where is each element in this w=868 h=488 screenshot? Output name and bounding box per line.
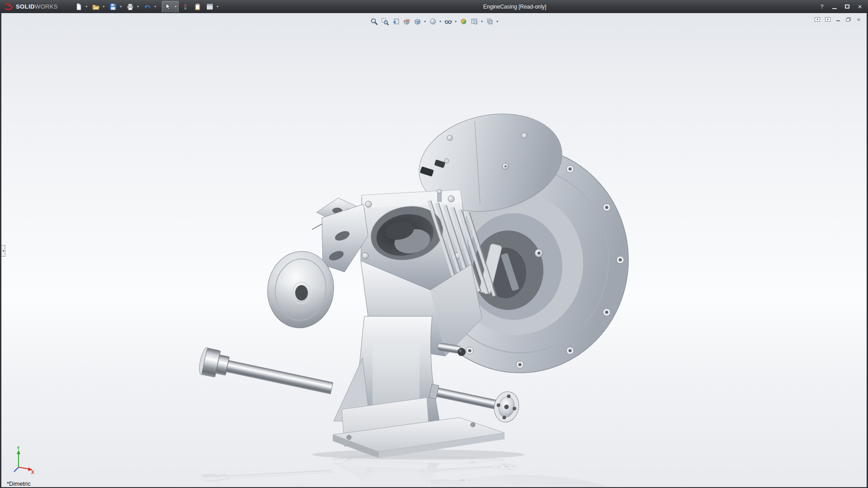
new-document-button[interactable]: [73, 1, 84, 12]
hide-show-items-button[interactable]: [443, 16, 453, 26]
x-axis-label: X: [31, 470, 34, 474]
glasses-icon: [444, 18, 452, 25]
window-arrow-right-button[interactable]: [823, 16, 832, 23]
window-controls: ? ✕: [816, 0, 866, 13]
floor-reflection: [198, 454, 628, 488]
scene-sphere-icon: [471, 18, 478, 25]
traffic-light-icon: [181, 3, 189, 11]
featuremanager-collapsed-tab[interactable]: ◂: [1, 245, 5, 257]
select-tool-group: ▾: [162, 1, 179, 13]
display-style-dropdown[interactable]: ▾: [438, 16, 443, 26]
y-axis-label: Y: [17, 446, 20, 450]
document-title: EngineCasing [Read-only]: [483, 4, 546, 10]
minimize-window-button[interactable]: [829, 2, 840, 11]
shaded-sphere-icon: [429, 18, 437, 25]
minimize-document-icon: [835, 17, 841, 22]
edit-appearance-button[interactable]: [458, 16, 469, 26]
engine-casing-geometry: [198, 101, 628, 458]
view-orientation-button[interactable]: [412, 16, 423, 26]
appearance-sphere-icon: [460, 18, 467, 25]
document-window-controls: ✕: [813, 16, 863, 23]
orientation-triad: Y X: [11, 446, 36, 474]
display-style-button[interactable]: [427, 16, 438, 26]
zoom-to-area-button[interactable]: [379, 16, 390, 26]
restore-document-icon: [846, 17, 851, 22]
save-floppy-icon: [109, 3, 117, 11]
previous-view-icon: [392, 18, 400, 25]
open-document-button[interactable]: [90, 1, 101, 12]
view-settings-button[interactable]: [484, 16, 495, 26]
open-folder-icon: [92, 3, 100, 11]
print-button[interactable]: [125, 1, 136, 12]
brand-bold: SOLID: [16, 3, 35, 10]
options-button[interactable]: [204, 1, 215, 12]
select-dropdown[interactable]: ▾: [173, 1, 178, 12]
window-arrow-left-icon: [815, 17, 820, 22]
view-settings-icon: [486, 18, 494, 25]
hide-show-items-dropdown[interactable]: ▾: [453, 16, 458, 26]
help-button[interactable]: ?: [816, 2, 828, 11]
undo-arrow-icon: [143, 3, 151, 11]
apply-scene-button[interactable]: [469, 16, 480, 26]
save-button[interactable]: [108, 1, 118, 12]
solidworks-logo-icon: [5, 3, 14, 10]
undo-dropdown[interactable]: ▾: [153, 1, 158, 12]
save-dropdown[interactable]: ▾: [118, 1, 123, 12]
section-cube-icon: [403, 18, 410, 25]
options-dropdown[interactable]: ▾: [215, 1, 220, 12]
close-window-button[interactable]: ✕: [854, 2, 866, 11]
graphics-viewport[interactable]: ▾ ▾ ▾ ▾: [1, 13, 867, 487]
solidworks-logo: SOLIDWORKS: [5, 3, 58, 10]
print-dropdown[interactable]: ▾: [136, 1, 141, 12]
brand-light: WORKS: [35, 3, 58, 10]
view-orientation-label: *Dimetric: [7, 480, 31, 487]
maximize-icon: [845, 5, 849, 9]
y-axis-arrow: [17, 450, 20, 454]
close-document-button[interactable]: ✕: [854, 16, 863, 23]
printer-icon: [126, 3, 134, 11]
engine-casing-model[interactable]: [1, 13, 867, 487]
window-arrow-right-icon: [825, 17, 830, 22]
minimize-document-button[interactable]: [834, 16, 842, 23]
magnifier-icon: [370, 18, 378, 25]
apply-scene-dropdown[interactable]: ▾: [480, 16, 484, 26]
options-panel-icon: [206, 3, 214, 11]
view-settings-dropdown[interactable]: ▾: [495, 16, 500, 26]
window-arrow-left-button[interactable]: [813, 16, 821, 23]
magnifier-area-icon: [381, 18, 389, 25]
open-document-dropdown[interactable]: ▾: [101, 1, 106, 12]
clipboard-icon: [193, 3, 202, 11]
file-properties-button[interactable]: [192, 1, 203, 12]
brand-text: SOLIDWORKS: [16, 3, 58, 10]
select-button[interactable]: [162, 1, 173, 12]
zoom-to-fit-button[interactable]: [368, 16, 379, 26]
new-document-icon: [75, 3, 83, 11]
select-cursor-icon: [164, 3, 172, 11]
restore-document-button[interactable]: [844, 16, 853, 23]
titlebar: SOLIDWORKS ▾ ▾ ▾: [0, 0, 868, 13]
minimize-icon: [832, 8, 837, 9]
view-orientation-dropdown[interactable]: ▾: [423, 16, 427, 26]
undo-button[interactable]: [142, 1, 153, 12]
new-document-dropdown[interactable]: ▾: [84, 1, 89, 12]
section-view-button[interactable]: [401, 16, 412, 26]
maximize-window-button[interactable]: [841, 2, 853, 11]
xpress-products-button[interactable]: [180, 1, 191, 12]
view-cube-icon: [414, 18, 421, 25]
z-axis-line: [14, 467, 19, 472]
heads-up-view-toolbar: ▾ ▾ ▾ ▾: [368, 16, 500, 26]
previous-view-button[interactable]: [390, 16, 401, 26]
